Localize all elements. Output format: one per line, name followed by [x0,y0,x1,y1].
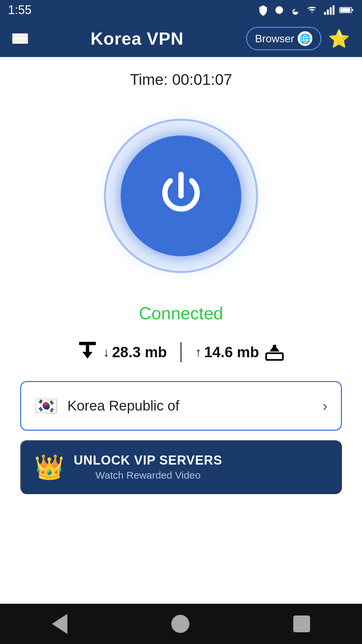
home-button[interactable] [171,615,189,633]
crown-icon: 👑 [34,453,64,481]
record-icon [274,4,285,16]
country-left: 🇰🇷 Korea Republic of [35,394,179,418]
svg-rect-3 [330,7,332,15]
battery-icon [339,5,354,15]
download-arrow: ↓ [103,345,109,360]
svg-point-0 [276,6,283,14]
status-bar: 1:55 [0,0,362,20]
stats-divider [180,342,182,362]
stats-row: ↓ 28.3 mb ↑ 14.6 mb [20,340,342,364]
main-content: Time: 00:01:07 Connected ↓ 28.3 mb [0,57,362,494]
power-button-container [87,102,275,290]
wifi-icon [306,4,318,16]
back-button[interactable] [52,614,67,634]
shield-icon [257,4,269,16]
svg-rect-1 [324,12,326,15]
hamburger-line-1 [13,34,27,35]
app-header: Korea VPN Browser 🌐 ⭐ [0,20,362,57]
vip-title: UNLOCK VIP SERVERS [74,453,222,468]
status-icons [257,4,354,16]
power-icon [154,169,208,223]
hamburger-line-2 [13,38,27,39]
browser-button[interactable]: Browser 🌐 [246,27,321,50]
home-icon [171,615,189,633]
country-flag: 🇰🇷 [35,394,58,418]
app-title: Korea VPN [90,29,184,49]
back-icon [52,614,67,634]
upload-arrow: ↑ [195,345,201,360]
svg-rect-4 [333,5,335,15]
svg-marker-10 [82,352,93,359]
svg-rect-8 [79,342,96,345]
recent-button[interactable] [293,615,310,632]
browser-label: Browser [255,33,294,45]
svg-rect-11 [266,353,283,360]
upload-value: 14.6 mb [204,344,259,361]
status-time: 1:55 [8,3,32,17]
hamburger-line-3 [13,42,27,43]
power-toggle-button[interactable] [121,136,241,256]
country-name: Korea Republic of [67,398,179,414]
favorites-button[interactable]: ⭐ [328,29,350,49]
vip-banner-button[interactable]: 👑 UNLOCK VIP SERVERS Watch Rewarded Vide… [20,440,342,494]
download-stat: ↓ 28.3 mb [103,344,167,361]
vip-subtitle: Watch Rewarded Video [74,470,222,481]
svg-rect-7 [352,9,353,11]
key-icon [290,4,301,16]
svg-rect-6 [340,8,350,12]
recent-icon [293,615,310,632]
svg-rect-2 [327,10,329,15]
download-value: 28.3 mb [112,344,167,361]
menu-button[interactable] [12,33,28,44]
signal-icon [323,4,335,16]
svg-rect-13 [273,345,276,352]
upload-icon [264,341,285,363]
vip-text: UNLOCK VIP SERVERS Watch Rewarded Video [74,453,222,481]
nav-bar [0,604,362,644]
header-actions: Browser 🌐 ⭐ [246,27,350,50]
download-icon [77,340,98,364]
upload-stat: ↑ 14.6 mb [195,344,259,361]
connection-timer: Time: 00:01:07 [130,70,232,89]
globe-icon: 🌐 [298,31,312,46]
country-selector-button[interactable]: 🇰🇷 Korea Republic of › [20,381,342,431]
chevron-right-icon: › [322,397,327,414]
connection-status: Connected [139,303,223,323]
